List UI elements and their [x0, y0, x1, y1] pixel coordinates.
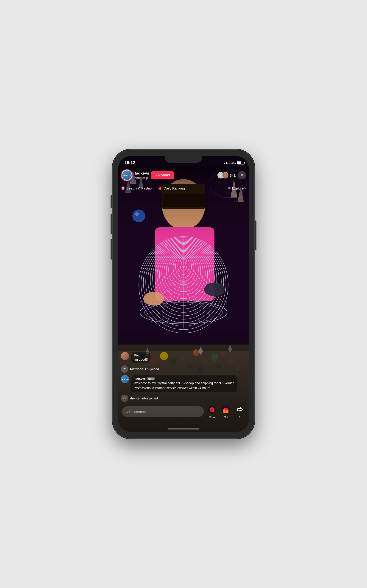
daily-ranking-tab[interactable]: 🔥 Daily Ranking [158, 186, 185, 190]
username-area: fadkeys artnership [135, 171, 149, 180]
join-message-2: dienteneitor joined [121, 395, 246, 402]
beauty-dot: 🌸 [121, 186, 125, 190]
close-button[interactable]: × [238, 171, 246, 179]
battery-icon [237, 161, 244, 164]
category-bar: 🌸 Beauty & Fashion 🔥 Daily Ranking Explo… [118, 183, 249, 193]
join-username-1: Metricool ES [130, 367, 150, 371]
gift-icon [220, 404, 232, 415]
rose-label: Rose [209, 416, 215, 419]
share-count: 6 [239, 416, 241, 419]
chat-avatar-1 [121, 352, 129, 360]
join-text-2: dienteneitor joined [130, 397, 158, 400]
chat-avatar-host: FADKEYS [121, 375, 129, 383]
volume-up-button[interactable] [110, 214, 112, 234]
join-avatar-1 [121, 365, 128, 373]
host-username: fadkeys [135, 171, 149, 176]
signal-icon [224, 162, 230, 164]
close-icon: × [241, 173, 243, 178]
home-indicator[interactable] [167, 428, 200, 430]
viewer-area: 341 [217, 172, 236, 179]
chat-text-1: I'm good!! [134, 358, 148, 361]
battery-fill [238, 162, 241, 164]
chat-username-1: Mtc. [134, 354, 148, 357]
chat-area: Mtc. I'm good!! Metricool ES joined FADK… [121, 352, 246, 402]
daily-ranking-label: Daily Ranking [164, 186, 185, 190]
phone-screen: 19:12 4G FADKEYS [118, 156, 249, 432]
phone-frame: 19:12 4G FADKEYS [112, 149, 255, 439]
join-username-2: dienteneitor [130, 397, 148, 400]
header-right: 341 × [176, 171, 246, 179]
gift-button[interactable]: Gift [220, 404, 232, 419]
notch [165, 156, 202, 163]
mute-button[interactable] [110, 195, 112, 208]
ranking-dot: 🔥 [158, 186, 162, 190]
chat-message-1: Mtc. I'm good!! [121, 352, 246, 363]
host-subtitle: artnership [135, 176, 149, 180]
svg-point-76 [211, 409, 213, 411]
network-label: 4G [232, 161, 236, 165]
chat-bubble-host: ·fadkeysHost Welcome to my Crystal party… [131, 375, 237, 392]
gift-label: Gift [224, 416, 228, 419]
explore-link[interactable]: Explore > [228, 186, 246, 190]
svg-rect-81 [223, 409, 228, 410]
bottom-bar: Add comment... Rose [118, 402, 249, 421]
avatar-label-text: FADKEYS [123, 174, 131, 176]
share-svg [236, 406, 244, 414]
host-badge: Host [147, 377, 155, 380]
chat-message-host: FADKEYS ·fadkeysHost Welcome to my Cryst… [121, 375, 246, 392]
wave-icon [122, 367, 127, 372]
beauty-fashion-tab[interactable]: 🌸 Beauty & Fashion [121, 186, 153, 190]
beauty-fashion-label: Beauty & Fashion [126, 186, 153, 190]
share-icon [234, 404, 245, 415]
svg-point-84 [225, 408, 227, 409]
join-avatar-2 [121, 395, 128, 402]
volume-down-button[interactable] [110, 239, 112, 259]
join-text-1: Metricool ES joined [130, 367, 159, 371]
share-button[interactable]: 6 [234, 404, 245, 419]
header-bar: FADKEYS fadkeys artnership + Follow 341 [118, 167, 249, 183]
explore-dot [228, 187, 231, 189]
viewer-avatar-2 [222, 172, 228, 179]
wave-icon-2 [122, 396, 127, 401]
comment-placeholder: Add comment... [125, 410, 150, 414]
gift-svg [221, 405, 231, 414]
follow-button[interactable]: + Follow [151, 171, 174, 179]
power-button[interactable] [255, 221, 257, 250]
viewer-count: 341 [230, 173, 236, 177]
chat-text-host: Welcome to my Crystal party. $9.99/scoop… [134, 381, 234, 390]
status-right-icons: 4G [224, 161, 244, 165]
comment-input[interactable]: Add comment... [122, 406, 204, 417]
viewer-avatars [217, 172, 228, 179]
explore-arrow-icon: > [244, 186, 246, 190]
rose-svg [208, 406, 216, 414]
chat-username-host: ·fadkeysHost [134, 377, 234, 380]
chat-bubble-1: Mtc. I'm good!! [131, 352, 150, 363]
rose-icon [207, 404, 218, 415]
rose-button[interactable]: Rose [207, 404, 218, 419]
join-message-1: Metricool ES joined [121, 365, 246, 373]
status-time: 19:12 [123, 160, 137, 166]
explore-label: Explore [232, 186, 244, 190]
host-avatar[interactable]: FADKEYS [121, 169, 133, 181]
